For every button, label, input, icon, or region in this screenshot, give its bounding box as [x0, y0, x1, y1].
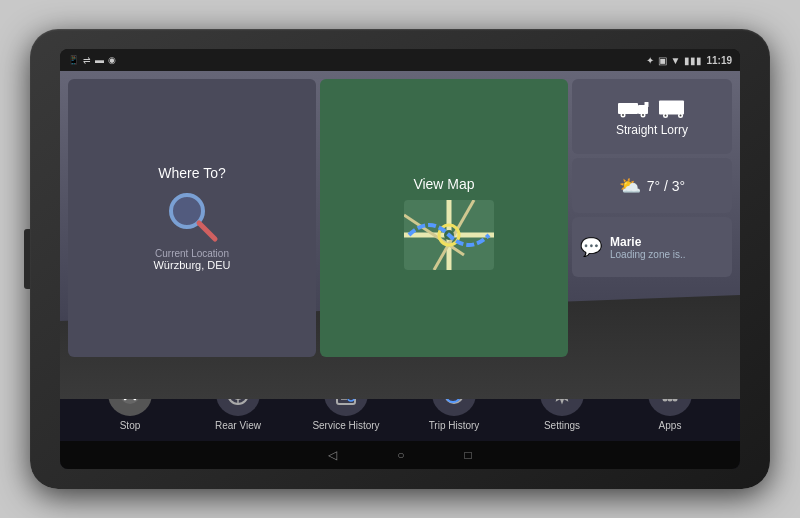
lorry-icons [617, 97, 688, 119]
phone-icon: 📱 [68, 55, 79, 65]
message-content: Marie Loading zone is.. [610, 235, 686, 260]
recent-button[interactable]: □ [465, 448, 472, 462]
status-bar: 📱 ⇌ ▬ ◉ ✦ ▣ ▼ ▮▮▮ 11:19 [60, 49, 740, 71]
system-nav: ◁ ○ □ [60, 441, 740, 469]
weather-icon: ⛅ [619, 175, 641, 197]
notification-icon: ▣ [658, 55, 667, 66]
apps-label: Apps [659, 420, 682, 431]
rear-view-label: Rear View [215, 420, 261, 431]
screen: 📱 ⇌ ▬ ◉ ✦ ▣ ▼ ▮▮▮ 11:19 [60, 49, 740, 469]
svg-point-13 [622, 114, 624, 116]
gps-icon: ◉ [108, 55, 116, 65]
location-prefix: Current Location [155, 248, 229, 259]
device: GARMIN 📱 ⇌ ▬ ◉ ✦ ▣ ▼ ▮▮▮ 11:19 [30, 29, 770, 489]
clock: 11:19 [706, 55, 732, 66]
where-to-tile[interactable]: Where To? Current Location Würzburg, DEU [68, 79, 316, 357]
view-map-tile[interactable]: View Map [320, 79, 568, 357]
map-visual [404, 200, 484, 260]
where-to-label: Where To? [158, 165, 225, 181]
wifi-icon: ▼ [671, 55, 681, 66]
location-city: Würzburg, DEU [153, 259, 230, 271]
straight-lorry-tile[interactable]: Straight Lorry [572, 79, 732, 154]
status-right: ✦ ▣ ▼ ▮▮▮ 11:19 [646, 55, 732, 66]
bluetooth-icon: ✦ [646, 55, 654, 66]
view-map-label: View Map [413, 176, 474, 192]
svg-line-1 [199, 223, 215, 239]
svg-point-15 [642, 114, 644, 116]
weather-tile[interactable]: ⛅ 7° / 3° [572, 158, 732, 213]
svg-rect-16 [659, 100, 684, 114]
weather-temp: 7° / 3° [647, 178, 685, 194]
svg-rect-11 [644, 102, 648, 107]
svg-rect-9 [618, 103, 638, 114]
svg-point-18 [664, 114, 666, 116]
settings-label: Settings [544, 420, 580, 431]
straight-lorry-label: Straight Lorry [616, 123, 688, 137]
sync-icon: ⇌ [83, 55, 91, 65]
main-content: Where To? Current Location Würzburg, DEU [60, 71, 740, 469]
home-button[interactable]: ○ [397, 448, 404, 462]
svg-point-20 [679, 114, 681, 116]
battery-icon: ▮▮▮ [684, 55, 702, 66]
message-icon: 💬 [580, 236, 602, 258]
tablet-icon: ▬ [95, 55, 104, 65]
message-preview: Loading zone is.. [610, 249, 686, 260]
service-history-label: Service History [312, 420, 379, 431]
search-icon [165, 189, 220, 244]
device-left-bar [24, 229, 30, 289]
status-left: 📱 ⇌ ▬ ◉ [68, 55, 116, 65]
message-sender: Marie [610, 235, 686, 249]
back-button[interactable]: ◁ [328, 448, 337, 462]
message-tile[interactable]: 💬 Marie Loading zone is.. [572, 217, 732, 277]
stop-label: Stop [120, 420, 141, 431]
trip-history-label: Trip History [429, 420, 480, 431]
